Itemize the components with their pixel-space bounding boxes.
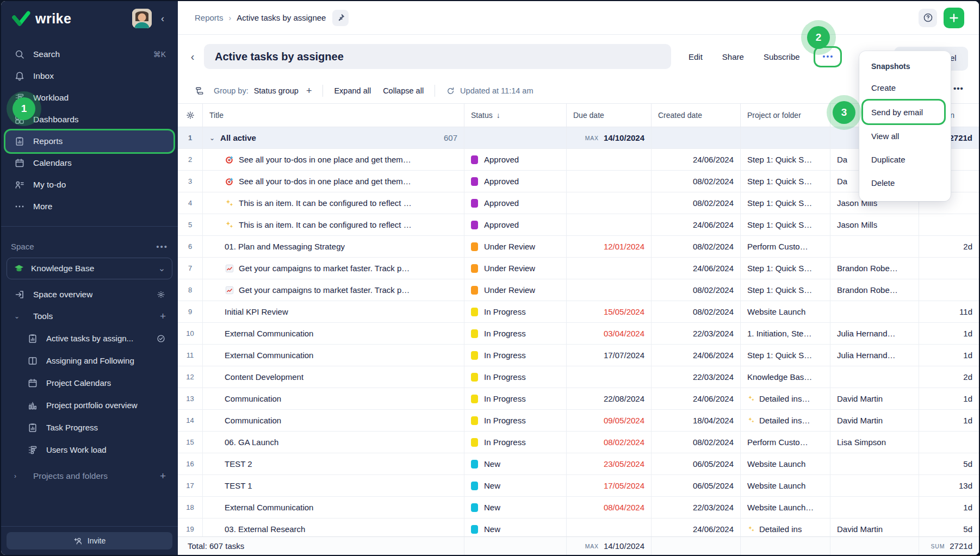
wrike-logo[interactable]: wrike <box>12 11 71 27</box>
sidebar-item-search[interactable]: Search ⌘K <box>5 43 173 65</box>
column-header-3[interactable]: Due date <box>567 104 652 127</box>
task-title-cell[interactable]: Initial KPI Review <box>203 301 464 322</box>
avatar[interactable] <box>132 9 152 28</box>
task-title-cell[interactable]: 03. External Research <box>203 518 464 536</box>
column-header-0[interactable] <box>178 104 203 127</box>
menu-item-delete[interactable]: Delete <box>859 171 951 195</box>
status-cell[interactable]: In Progress <box>464 323 567 344</box>
space-selector[interactable]: Knowledge Base ⌄ <box>7 258 172 279</box>
table-row[interactable]: 4 This is an item. It can be configured … <box>178 192 979 214</box>
expand-all-button[interactable]: Expand all <box>334 86 371 95</box>
add-tool-icon[interactable]: + <box>160 310 166 322</box>
due-date-cell[interactable] <box>567 192 652 214</box>
help-button[interactable] <box>919 9 937 27</box>
project-cell[interactable]: Step 1: Quick S… <box>741 171 830 192</box>
tool-item-5[interactable]: Users Work load <box>5 439 173 461</box>
column-header-2[interactable]: Status ↓ <box>464 104 567 127</box>
project-cell[interactable]: Website Launch <box>741 475 830 496</box>
task-title-cell[interactable]: TEST 1 <box>203 475 464 496</box>
task-title-cell[interactable]: This is an item. It can be configured to… <box>203 192 464 214</box>
assignee-cell[interactable]: Lisa Simpson <box>830 432 919 453</box>
invite-button[interactable]: Invite <box>7 532 172 549</box>
due-date-cell[interactable]: 22/08/2024 <box>567 388 652 409</box>
table-row[interactable]: 11 External Communication In Progress 17… <box>178 345 979 366</box>
assignee-cell[interactable]: Julia Hernand… <box>830 345 919 366</box>
due-date-cell[interactable]: 08/04/2024 <box>567 497 652 518</box>
task-title-cell[interactable]: See all your to-dos in one place and get… <box>203 171 464 192</box>
project-cell[interactable]: Step 1: Quick S… <box>741 279 830 301</box>
table-row[interactable]: 8 Get your campaigns to market faster. T… <box>178 279 979 301</box>
sidebar-item-space-overview[interactable]: Space overview <box>5 284 173 305</box>
space-menu-icon[interactable]: ••• <box>156 242 168 251</box>
due-date-cell[interactable]: 15/05/2024 <box>567 301 652 322</box>
status-cell[interactable]: New <box>464 475 567 496</box>
due-date-cell[interactable] <box>567 366 652 388</box>
tool-item-0[interactable]: Active tasks by assign... <box>5 327 173 349</box>
project-cell[interactable]: Step 1: Quick S… <box>741 345 830 366</box>
status-cell[interactable]: New <box>464 518 567 536</box>
refresh-status[interactable]: Updated at 11:14 am <box>446 86 533 96</box>
sidebar-item-reports[interactable]: Reports <box>5 130 173 152</box>
pin-button[interactable] <box>332 10 349 26</box>
task-title-cell[interactable]: External Communication <box>203 345 464 366</box>
assignee-cell[interactable] <box>830 236 919 257</box>
share-button[interactable]: Share <box>722 52 744 61</box>
task-title-cell[interactable]: External Communication <box>203 323 464 344</box>
assignee-cell[interactable] <box>830 475 919 496</box>
group-by-value[interactable]: Status group <box>254 86 299 95</box>
project-cell[interactable]: Step 1: Quick S… <box>741 149 830 170</box>
task-title-cell[interactable]: Content Development <box>203 366 464 388</box>
table-row[interactable]: 14 Communication In Progress 09/05/2024 … <box>178 410 979 432</box>
assignee-cell[interactable] <box>830 366 919 388</box>
subscribe-button[interactable]: Subscribe <box>764 52 800 61</box>
project-cell[interactable]: Website Launch <box>741 301 830 322</box>
task-title-cell[interactable]: 06. GA Launch <box>203 432 464 453</box>
sidebar-section-projects[interactable]: › Projects and folders + <box>5 465 173 487</box>
sidebar-item-more[interactable]: More <box>5 196 173 217</box>
table-overflow-menu-icon[interactable]: ••• <box>953 84 964 93</box>
status-cell[interactable]: Under Review <box>464 279 567 301</box>
project-cell[interactable]: 1. Initiation, Ste… <box>741 323 830 344</box>
project-cell[interactable]: Detailed ins… <box>741 410 830 431</box>
gear-icon[interactable] <box>156 290 166 299</box>
task-title-cell[interactable]: 01. Plan and Messaging Strategy <box>203 236 464 257</box>
task-title-cell[interactable]: See all your to-dos in one place and get… <box>203 149 464 170</box>
due-date-cell[interactable]: 23/05/2024 <box>567 453 652 474</box>
assignee-cell[interactable]: Brandon Robe… <box>830 258 919 279</box>
task-title-cell[interactable]: Communication <box>203 388 464 409</box>
status-cell[interactable]: In Progress <box>464 410 567 431</box>
status-cell[interactable]: In Progress <box>464 301 567 322</box>
task-title-cell[interactable]: Get your campaigns to market faster. Tra… <box>203 279 464 301</box>
project-cell[interactable]: Website Launch <box>741 453 830 474</box>
report-title-input[interactable]: Active tasks by assignee <box>204 44 671 69</box>
table-row[interactable]: 13 Communication In Progress 22/08/2024 … <box>178 388 979 410</box>
assignee-cell[interactable]: David Martin <box>830 388 919 409</box>
status-cell[interactable]: Approved <box>464 214 567 235</box>
status-cell[interactable]: Approved <box>464 192 567 214</box>
due-date-cell[interactable] <box>567 214 652 235</box>
sidebar-item-calendars[interactable]: Calendars <box>5 152 173 174</box>
status-cell[interactable]: In Progress <box>464 345 567 366</box>
table-row[interactable]: 5 This is an item. It can be configured … <box>178 214 979 236</box>
menu-item-view-all[interactable]: View all <box>859 124 951 148</box>
project-cell[interactable]: Perform Custo… <box>741 432 830 453</box>
collapse-all-button[interactable]: Collapse all <box>383 86 424 95</box>
due-date-cell[interactable] <box>567 149 652 170</box>
task-title-cell[interactable]: Get your campaigns to market faster. Tra… <box>203 258 464 279</box>
project-cell[interactable]: Step 1: Quick S… <box>741 214 830 235</box>
sort-descending-icon[interactable]: ↓ <box>497 111 500 120</box>
task-title-cell[interactable]: External Communication <box>203 497 464 518</box>
assignee-cell[interactable]: Brandon Robe… <box>830 279 919 301</box>
add-grouping-icon[interactable]: + <box>306 85 312 97</box>
tool-item-3[interactable]: Project portfolio overview <box>5 394 173 416</box>
status-cell[interactable]: Under Review <box>464 236 567 257</box>
status-cell[interactable]: Approved <box>464 171 567 192</box>
assignee-cell[interactable]: David Martin <box>830 410 919 431</box>
assignee-cell[interactable]: Jason Mills <box>830 214 919 235</box>
sidebar-collapse-icon[interactable]: ‹ <box>155 13 170 24</box>
assignee-cell[interactable] <box>830 497 919 518</box>
project-cell[interactable]: Detailed ins <box>741 518 830 536</box>
breadcrumb-reports[interactable]: Reports <box>195 13 224 22</box>
status-cell[interactable]: In Progress <box>464 432 567 453</box>
edit-button[interactable]: Edit <box>689 52 703 61</box>
